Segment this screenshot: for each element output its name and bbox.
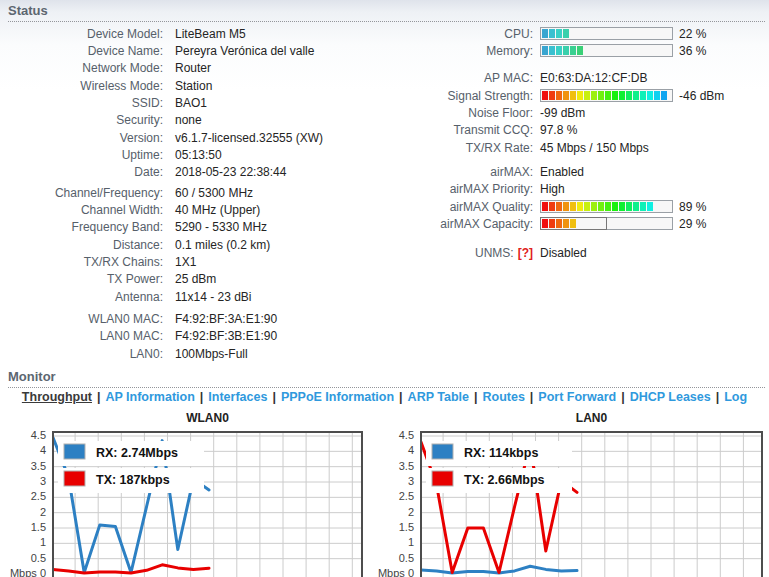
ytick-lan0-1: 1 <box>368 535 414 549</box>
bar-segment <box>577 202 583 211</box>
tab-ap-information[interactable]: AP Information <box>105 390 194 404</box>
ytick-lan0-0-5: 0.5 <box>368 551 414 565</box>
ytick-wlan0-4: 4 <box>0 443 46 457</box>
bar-segment <box>640 91 646 100</box>
airmax-label: airMAX: <box>390 165 533 179</box>
memory-bar-wrap: 36 % <box>540 44 706 58</box>
status-row-uptime: Uptime:05:13:50 <box>0 146 385 163</box>
wireless-mode-label: Wireless Mode: <box>0 79 163 93</box>
bar-segment <box>640 202 646 211</box>
version-label: Version: <box>0 131 163 145</box>
transmit-ccq-value: 97.8 % <box>540 123 577 137</box>
lan0-label: LAN0: <box>0 347 163 361</box>
tab-throughput[interactable]: Throughput <box>22 390 92 404</box>
spacer <box>390 60 769 70</box>
tx-power-value: 25 dBm <box>175 272 216 286</box>
status-row-device-model: Device Model:LiteBeam M5 <box>0 25 385 42</box>
status-row-signal-strength: Signal Strength:-46 dBm <box>390 87 769 104</box>
tab-port-forward[interactable]: Port Forward <box>538 390 616 404</box>
cpu-value: 22 % <box>679 27 706 41</box>
tab-dhcp-leases[interactable]: DHCP Leases <box>630 390 711 404</box>
bar-segment <box>577 46 583 55</box>
tx-rx-chains-label: TX/RX Chains: <box>0 255 163 269</box>
status-row-security: Security:none <box>0 112 385 129</box>
date-label: Date: <box>0 165 163 179</box>
status-row-version: Version:v6.1.7-licensed.32555 (XW) <box>0 129 385 146</box>
noise-floor-label: Noise Floor: <box>390 106 533 120</box>
airmax-quality-label: airMAX Quality: <box>390 200 533 214</box>
bar-segment <box>584 202 590 211</box>
chart-title-wlan0: WLAN0 <box>52 411 363 425</box>
signal-strength-bar <box>540 89 673 102</box>
lan0-value: 100Mbps-Full <box>175 347 248 361</box>
tab-routes[interactable]: Routes <box>482 390 524 404</box>
tab-arp-table[interactable]: ARP Table <box>408 390 469 404</box>
tab-separator: | <box>399 390 403 404</box>
ytick-wlan0-1: 1 <box>0 535 46 549</box>
ytick-wlan0-3: 3 <box>0 474 46 488</box>
tab-separator: | <box>474 390 478 404</box>
ytick-lan0-3-5: 3.5 <box>368 459 414 473</box>
monitor-tabs: Throughput|AP Information|Interfaces|PPP… <box>0 390 769 404</box>
bar-segment <box>563 91 569 100</box>
status-left-column: Device Model:LiteBeam M5Device Name:Pere… <box>0 25 385 362</box>
airmax-quality-bar-wrap: 89 % <box>540 200 706 214</box>
bar-segment <box>605 202 611 211</box>
monitor-section-header: Monitor <box>8 369 765 388</box>
tab-log[interactable]: Log <box>724 390 747 404</box>
status-row-noise-floor: Noise Floor:-99 dBm <box>390 104 769 121</box>
status-row-cpu: CPU:22 % <box>390 25 769 42</box>
bar-segment <box>542 29 548 38</box>
bar-segment <box>647 91 653 100</box>
signal-strength-value: -46 dBm <box>679 89 724 103</box>
ytick-wlan0-2: 2 <box>0 505 46 519</box>
status-row-airmax-quality: airMAX Quality:89 % <box>390 198 769 215</box>
antenna-label: Antenna: <box>0 290 163 304</box>
status-row-lan0: LAN0:100Mbps-Full <box>0 345 385 362</box>
bar-segment <box>556 202 562 211</box>
tab-pppoe-information[interactable]: PPPoE Information <box>281 390 394 404</box>
status-section-title: Status <box>8 3 48 18</box>
uptime-label: Uptime: <box>0 148 163 162</box>
memory-value: 36 % <box>679 44 706 58</box>
transmit-ccq-label: Transmit CCQ: <box>390 123 533 137</box>
distance-label: Distance: <box>0 238 163 252</box>
tab-interfaces[interactable]: Interfaces <box>208 390 267 404</box>
legend-lan0-rx: RX: 114kbps <box>464 446 538 460</box>
bar-segment <box>556 91 562 100</box>
status-row-device-name: Device Name:Pereyra Verónica del valle <box>0 42 385 59</box>
spacer <box>390 156 769 163</box>
legend-lan0-tx: TX: 2.66Mbps <box>464 473 545 487</box>
device-model-value: LiteBeam M5 <box>175 27 246 41</box>
frequency-band-value: 5290 - 5330 MHz <box>175 220 267 234</box>
bar-segment <box>542 202 548 211</box>
lan0-mac-label: LAN0 MAC: <box>0 329 163 343</box>
bar-segment <box>626 91 632 100</box>
status-left-group-1: Device Model:LiteBeam M5Device Name:Pere… <box>0 25 385 181</box>
tab-separator: | <box>530 390 534 404</box>
status-left-group-2: Channel/Frequency:60 / 5300 MHzChannel W… <box>0 184 385 305</box>
bar-segment <box>591 91 597 100</box>
wlan0-mac-label: WLAN0 MAC: <box>0 312 163 326</box>
airmax-priority-label: airMAX Priority: <box>390 182 533 196</box>
security-label: Security: <box>0 113 163 127</box>
bar-segment <box>542 91 548 100</box>
device-name-label: Device Name: <box>0 44 163 58</box>
bar-segment <box>549 91 555 100</box>
bar-segment <box>633 202 639 211</box>
noise-floor-value: -99 dBm <box>540 106 585 120</box>
bar-segment <box>619 91 625 100</box>
status-left-group-3: WLAN0 MAC:F4:92:BF:3A:E1:90LAN0 MAC:F4:9… <box>0 310 385 362</box>
ssid-label: SSID: <box>0 96 163 110</box>
ytick-lan0-3: 3 <box>368 474 414 488</box>
bar-segment <box>612 202 618 211</box>
bar-segment <box>563 202 569 211</box>
unms-help-link[interactable]: [?] <box>518 246 533 260</box>
ytick-lan0-1-5: 1.5 <box>368 520 414 534</box>
unms-text: UNMS: <box>475 246 514 260</box>
airmax-capacity-bar <box>540 217 673 230</box>
cpu-bar-wrap: 22 % <box>540 27 706 41</box>
bar-segment <box>570 91 576 100</box>
lan0-mac-value: F4:92:BF:3B:E1:90 <box>175 329 277 343</box>
airmax-value: Enabled <box>540 165 584 179</box>
